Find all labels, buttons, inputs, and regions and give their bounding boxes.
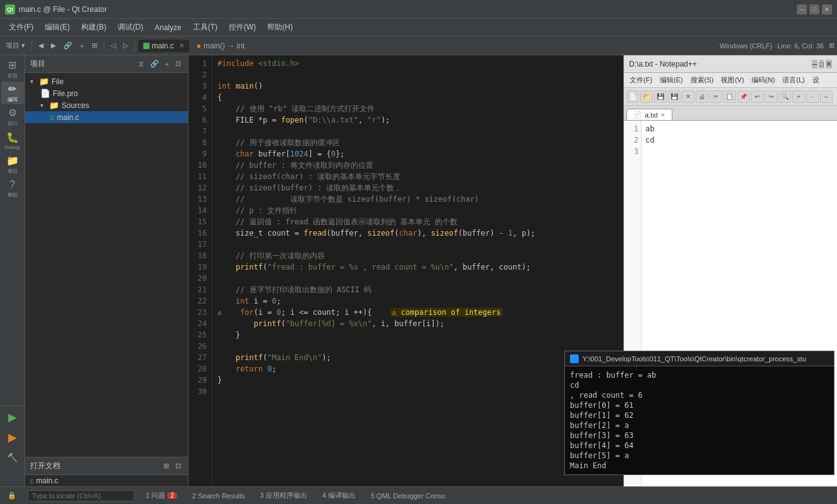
open-docs-option2[interactable]: ⊡ xyxy=(173,461,183,471)
terminal-titlebar: Y:\001_DevelopTools\011_QT\Tools\QtCreat… xyxy=(565,351,834,366)
toolbar: 项目 ▾ ◀ ▶ 🔗 + ⊞ ◁ ▷ main.c ✕ ● main() → i… xyxy=(0,36,837,55)
np-open[interactable]: 📂 xyxy=(640,90,653,103)
sidebar-design[interactable]: ⚙ 设计 xyxy=(1,106,24,128)
project-dropdown[interactable]: 项目 ▾ xyxy=(3,40,28,52)
line-numbers: 12345 678910 1112131415 1617181920 21222… xyxy=(189,55,212,486)
locate-input[interactable] xyxy=(28,490,134,501)
code-editor[interactable]: #include <stdio.h> int main() { // 使用 "r… xyxy=(212,55,623,486)
np-menu-search[interactable]: 搜索(S) xyxy=(687,75,717,85)
tree-item-main-c[interactable]: c main.c xyxy=(25,111,188,123)
toolbar-expand-icon[interactable]: ⊞ xyxy=(829,41,834,50)
edit-icon: ✏ xyxy=(8,83,16,95)
menubar: 文件(F) 编辑(E) 构建(B) 调试(D) Analyze 工具(T) 控件… xyxy=(0,19,837,36)
np-zoom-in[interactable]: + xyxy=(792,90,805,103)
np-cut[interactable]: ✂ xyxy=(709,90,722,103)
tree-item-file-folder[interactable]: ▾ 📁 File xyxy=(25,75,188,87)
design-label: 设计 xyxy=(8,120,18,127)
open-doc-main-c[interactable]: c main.c xyxy=(25,475,188,486)
status-compile-output[interactable]: 4 编译输出 xyxy=(319,491,359,500)
status-lock[interactable]: 🔒 xyxy=(4,491,20,500)
np-menu-more[interactable]: 设 xyxy=(809,75,823,85)
tab-close-icon[interactable]: ✕ xyxy=(179,42,184,49)
status-problems[interactable]: 1 问题 2 xyxy=(142,491,181,500)
np-tab-close[interactable]: ✕ xyxy=(660,112,665,118)
cursor-position: Line: 6, Col: 36 xyxy=(777,42,824,50)
np-new[interactable]: 📄 xyxy=(626,90,639,103)
np-zoom-out[interactable]: - xyxy=(806,90,819,103)
maximize-button[interactable]: □ xyxy=(809,4,819,14)
np-menu-edit[interactable]: 编辑(E) xyxy=(657,75,686,85)
toolbar-link[interactable]: 🔗 xyxy=(60,40,75,51)
toolbar-back[interactable]: ◀ xyxy=(35,40,46,51)
menu-help[interactable]: 帮助(H) xyxy=(262,21,298,34)
close-button[interactable]: ✕ xyxy=(822,4,832,14)
status-qml-debug[interactable]: 5 QML Debugger Conso xyxy=(367,492,449,500)
np-print[interactable]: 🖨 xyxy=(696,90,708,103)
bottom-actions: ▶ ▶ 🔨 xyxy=(0,405,25,469)
np-close-doc[interactable]: ✕ xyxy=(682,90,694,103)
window-title: main.c @ File - Qt Creator xyxy=(19,5,107,14)
step-button[interactable]: ▶ xyxy=(4,429,21,446)
file-panel-title: 项目 xyxy=(30,58,134,69)
toolbar-forward[interactable]: ▶ xyxy=(48,40,59,51)
menu-analyze[interactable]: Analyze xyxy=(150,22,187,33)
dots-btn[interactable]: ⊡ xyxy=(173,59,183,68)
doc-label: main.c xyxy=(36,476,58,485)
np-close[interactable]: ✕ xyxy=(826,60,832,68)
sidebar-help[interactable]: ? 帮助 xyxy=(1,177,24,200)
np-menu-encode[interactable]: 编码(N) xyxy=(748,75,778,85)
np-maximize[interactable]: □ xyxy=(819,60,824,68)
breadcrumb-text: main() → int xyxy=(204,41,244,50)
np-paste[interactable]: 📌 xyxy=(737,90,750,103)
minimize-button[interactable]: ─ xyxy=(797,4,807,14)
np-sync[interactable]: ↔ xyxy=(820,90,833,103)
menu-file[interactable]: 文件(F) xyxy=(4,21,38,34)
filter-btn[interactable]: ⧖ xyxy=(137,59,146,68)
np-copy[interactable]: 📋 xyxy=(723,90,736,103)
open-docs-option1[interactable]: ⊞ xyxy=(161,461,171,471)
menu-tools[interactable]: 工具(T) xyxy=(188,21,222,34)
np-undo[interactable]: ↩ xyxy=(751,90,763,103)
menu-build[interactable]: 构建(B) xyxy=(76,21,111,34)
np-redo[interactable]: ↪ xyxy=(765,90,777,103)
menu-controls[interactable]: 控件(W) xyxy=(224,21,261,34)
tree-item-sources-folder[interactable]: ▾ 📁 Sources xyxy=(25,99,188,111)
toolbar-nav-fwd[interactable]: ▷ xyxy=(120,40,131,51)
np-minimize[interactable]: ─ xyxy=(812,60,818,68)
np-tab-a-txt[interactable]: 📄 a.txt ✕ xyxy=(626,109,672,120)
np-menu-lang[interactable]: 语言(L) xyxy=(779,75,807,85)
terminal-output: fread : buffer = ab cd , read count = 6 … xyxy=(565,366,834,474)
add-btn[interactable]: + xyxy=(163,60,171,68)
build-button[interactable]: 🔨 xyxy=(4,449,21,466)
toolbar-nav-back[interactable]: ◁ xyxy=(107,40,119,51)
toolbar-split[interactable]: ⊞ xyxy=(89,40,101,51)
np-save[interactable]: 💾 xyxy=(654,90,667,103)
status-search-results[interactable]: 2 Search Results xyxy=(189,492,249,500)
editor-content[interactable]: 12345 678910 1112131415 1617181920 21222… xyxy=(189,55,623,486)
menu-edit[interactable]: 编辑(E) xyxy=(40,21,75,34)
np-menu-file[interactable]: 文件(F) xyxy=(626,75,655,85)
c-file-icon xyxy=(143,43,150,49)
toolbar-new[interactable]: + xyxy=(77,41,87,51)
welcome-label: 欢迎 xyxy=(8,72,18,79)
tab-label: main.c xyxy=(152,41,174,50)
menu-debug[interactable]: 调试(D) xyxy=(112,21,148,34)
run-button[interactable]: ▶ xyxy=(4,408,21,426)
sidebar-debug[interactable]: 🐛 Debug xyxy=(1,129,24,152)
np-menu-view[interactable]: 视图(V) xyxy=(718,75,747,85)
np-tab-label: a.txt xyxy=(645,111,658,119)
open-docs-header: 打开文档 ⊞ ⊡ xyxy=(25,457,188,475)
np-find[interactable]: 🔍 xyxy=(779,90,791,103)
editor-tab-main[interactable]: main.c ✕ xyxy=(138,40,189,52)
tree-item-file-pro[interactable]: 📄 File.pro xyxy=(25,87,188,99)
sidebar-edit[interactable]: ✏ 编写 xyxy=(1,82,24,104)
pro-file-icon: 📄 xyxy=(40,89,50,98)
sidebar-projects[interactable]: 📁 项目 xyxy=(1,153,24,176)
np-menubar: 文件(F) 编辑(E) 搜索(S) 视图(V) 编码(N) 语言(L) 设 xyxy=(624,73,837,88)
np-save-all[interactable]: 💾 xyxy=(668,90,681,103)
link-btn[interactable]: 🔗 xyxy=(148,59,161,68)
status-app-output[interactable]: 3 应用程序输出 xyxy=(256,491,311,500)
toolbar-right: Windows (CRLF) Line: 6, Col: 36 ⊞ xyxy=(719,41,834,50)
sidebar-welcome[interactable]: ⊞ 欢迎 xyxy=(1,58,24,80)
open-docs: 打开文档 ⊞ ⊡ c main.c xyxy=(25,457,188,486)
